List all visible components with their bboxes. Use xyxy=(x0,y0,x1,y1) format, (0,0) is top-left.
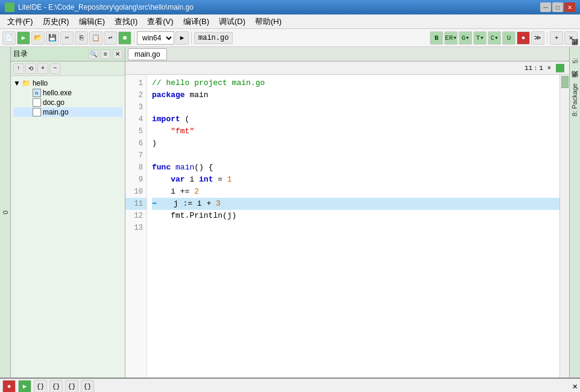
debug-toolbar: ● ▶ {} {} {} {} ✕ xyxy=(0,379,580,392)
close-button[interactable]: ✕ xyxy=(564,2,575,12)
menu-item-历史(R)[interactable]: 历史(R) xyxy=(38,15,74,28)
code-editor[interactable]: 1 2 3 4 5 6 7 8 9 10 11 12 13 // hello p… xyxy=(125,75,569,378)
menu-item-调试(D)[interactable]: 调试(D) xyxy=(214,15,250,28)
right-tab-style[interactable]: 样式图 xyxy=(569,47,580,54)
tb-g[interactable]: G▾ xyxy=(459,31,472,45)
line-num-11: 11 xyxy=(125,198,147,210)
line-num-1: 1 xyxy=(125,77,147,89)
right-tab-package-browse[interactable]: 8: Package浏览 xyxy=(569,80,580,120)
debug-panel: ● ▶ {} {} {} {} ✕ 同步记录 变量 监视 调用堆栈 动态库 控制… xyxy=(0,378,580,392)
target-select[interactable]: win64 xyxy=(137,31,174,45)
tb-more[interactable]: ≫ xyxy=(531,31,544,45)
code-line-6: ) xyxy=(152,138,560,150)
tb-nav[interactable]: ■ xyxy=(118,31,131,45)
tb-open[interactable]: 📂 xyxy=(31,31,45,45)
debug-step4[interactable]: {} xyxy=(81,380,94,393)
filetree-delete[interactable]: − xyxy=(49,63,60,74)
code-line-5: "fmt" xyxy=(152,125,560,138)
filetree-new[interactable]: + xyxy=(37,63,48,74)
line-num-8: 8 xyxy=(125,162,147,174)
tb-sep2 xyxy=(191,32,192,44)
menu-item-文件(F)[interactable]: 文件(F) xyxy=(2,15,38,28)
title-text: LiteIDE - E:\Code_Repository\golang\src\… xyxy=(18,3,540,11)
debug-stop-btn[interactable]: ● xyxy=(2,380,16,393)
code-line-8: func main() { xyxy=(152,162,560,174)
tb-u[interactable]: U xyxy=(502,31,515,45)
filetree-sync[interactable]: ⟲ xyxy=(25,63,36,74)
tb-stop[interactable]: ● xyxy=(517,31,530,45)
debug-continue-btn[interactable]: ▶ xyxy=(18,380,31,393)
side-tab-0[interactable]: 0 xyxy=(1,207,10,218)
file-panel: 目录 🔍 ≡ ✕ ↑ ⟲ + − ▼ 📁 hello h hello.exe xyxy=(11,47,125,378)
tb-sep1 xyxy=(134,32,134,44)
code-line-3 xyxy=(152,101,560,113)
maximize-button[interactable]: □ xyxy=(552,2,563,12)
tree-file-doc-go[interactable]: doc.go xyxy=(13,98,122,107)
file-panel-close[interactable]: ✕ xyxy=(113,49,122,59)
menu-item-编译(B)[interactable]: 编译(B) xyxy=(178,15,214,28)
tree-file-main-go[interactable]: main.go xyxy=(13,107,122,117)
file-go-icon-main xyxy=(33,108,41,116)
debug-arrow-icon: ➡ xyxy=(152,198,157,210)
tree-root-label: hello xyxy=(33,79,48,87)
menu-item-编辑(E)[interactable]: 编辑(E) xyxy=(74,15,110,28)
minimize-button[interactable]: ─ xyxy=(540,2,551,12)
tb-paste[interactable]: 📋 xyxy=(89,31,102,45)
code-line-12: fmt.Println(j) xyxy=(152,210,560,222)
window-buttons: ─ □ ✕ xyxy=(540,2,575,12)
line-num-12: 12 xyxy=(125,210,147,222)
tb-add-panel[interactable]: + xyxy=(550,31,563,45)
file-label: main.go xyxy=(194,32,233,44)
line-num-2: 2 xyxy=(125,89,147,101)
right-tab-6[interactable]: 6: xyxy=(570,67,580,80)
tb-c[interactable]: C▾ xyxy=(488,31,501,45)
file-panel-header: 目录 🔍 ≡ ✕ xyxy=(11,47,125,62)
file-panel-title: 目录 xyxy=(13,49,28,59)
status-indicator xyxy=(556,64,564,72)
folder-icon: 📁 xyxy=(22,79,31,87)
tb-cut[interactable]: ✂ xyxy=(60,31,74,45)
code-line-4: import ( xyxy=(152,113,560,125)
code-content[interactable]: // hello project main.go package main im… xyxy=(147,75,560,378)
tree-file-label-1: doc.go xyxy=(43,98,65,107)
tb-save[interactable]: 💾 xyxy=(46,31,59,45)
code-line-1: // hello project main.go xyxy=(152,77,560,89)
editor-area: main.go 11：1 × 1 2 3 4 5 6 7 8 9 10 11 1… xyxy=(125,47,569,378)
tb-run[interactable]: ▶ xyxy=(175,31,189,45)
editor-scrollbar[interactable] xyxy=(560,75,569,378)
tb-new[interactable]: 📄 xyxy=(2,31,16,45)
tree-file-label-2: main.go xyxy=(43,108,69,116)
right-tab-5[interactable]: 5: xyxy=(570,54,580,67)
line-num-4: 4 xyxy=(125,113,147,125)
line-num-6: 6 xyxy=(125,138,147,150)
debug-panel-close[interactable]: ✕ xyxy=(573,381,578,391)
scroll-thumb[interactable] xyxy=(561,76,569,88)
tb-t[interactable]: T▾ xyxy=(473,31,487,45)
tb-close-panel[interactable]: ✕ xyxy=(564,31,578,45)
menubar: 文件(F)历史(R)编辑(E)查找(I)查看(V)编译(B)调试(D)帮助(H) xyxy=(0,14,580,29)
side-tab-directory[interactable]: 目录 xyxy=(0,209,1,216)
code-line-9: var i int = 1 xyxy=(152,174,560,186)
file-panel-settings[interactable]: ≡ xyxy=(101,49,110,59)
menu-item-帮助(H)[interactable]: 帮助(H) xyxy=(250,15,286,28)
editor-info-bar: 11：1 × xyxy=(125,62,569,75)
debug-step3[interactable]: {} xyxy=(65,380,78,393)
tb-er[interactable]: ER▾ xyxy=(444,31,458,45)
titlebar: LiteIDE - E:\Code_Repository\golang\src\… xyxy=(0,0,580,14)
tb-open-green[interactable]: ▶ xyxy=(17,31,30,45)
editor-tab-bar: main.go xyxy=(125,47,569,62)
tb-copy[interactable]: ⎘ xyxy=(75,31,88,45)
file-panel-search[interactable]: 🔍 xyxy=(89,49,98,59)
menu-item-查看(V)[interactable]: 查看(V) xyxy=(142,15,178,28)
line-num-5: 5 xyxy=(125,125,147,138)
tb-undo[interactable]: ↩ xyxy=(104,31,117,45)
menu-item-查找(I)[interactable]: 查找(I) xyxy=(110,15,142,28)
tree-file-hello-exe[interactable]: h hello.exe xyxy=(13,88,122,98)
filetree-up[interactable]: ↑ xyxy=(13,63,24,74)
editor-tab-main-go[interactable]: main.go xyxy=(128,48,167,60)
line-numbers: 1 2 3 4 5 6 7 8 9 10 11 12 13 xyxy=(125,75,147,378)
tb-b[interactable]: B xyxy=(430,31,443,45)
debug-step2[interactable]: {} xyxy=(49,380,63,393)
debug-step1[interactable]: {} xyxy=(34,380,47,393)
tree-root-hello[interactable]: ▼ 📁 hello xyxy=(13,78,122,88)
